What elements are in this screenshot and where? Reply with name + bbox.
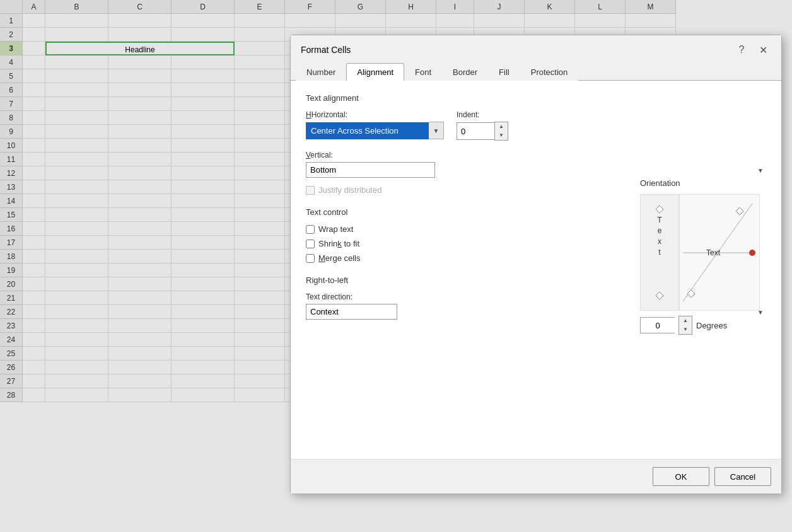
dialog-controls: ? ✕ xyxy=(733,42,771,58)
degrees-down-button[interactable]: ▼ xyxy=(679,325,692,334)
tab-number[interactable]: Number xyxy=(296,63,346,81)
horizontal-select-container: General Left (Indent) Center Right (Inde… xyxy=(306,122,444,139)
orientation-svg: T e x t T xyxy=(640,194,760,311)
help-button[interactable]: ? xyxy=(733,42,750,58)
svg-point-13 xyxy=(749,250,755,256)
wrap-text-checkbox[interactable] xyxy=(306,225,315,234)
svg-text:Text: Text xyxy=(706,248,721,257)
indent-input[interactable] xyxy=(457,122,494,140)
dialog-footer: OK Cancel xyxy=(291,459,781,494)
vertical-field-group: Vertical: Top Center Bottom Justify Dist… xyxy=(306,151,766,178)
wrap-text-label: Wrap text xyxy=(318,224,353,234)
tab-alignment[interactable]: Alignment xyxy=(346,63,404,81)
degrees-up-button[interactable]: ▲ xyxy=(679,316,692,325)
orientation-widget: T e x t T xyxy=(640,194,760,311)
degrees-row: 0 ▲ ▼ Degrees xyxy=(640,316,766,335)
dialog-overlay: Format Cells ? ✕ Number Alignment Font B… xyxy=(0,0,792,532)
tab-font[interactable]: Font xyxy=(404,63,442,81)
tab-protection[interactable]: Protection xyxy=(520,63,579,81)
horizontal-dropdown-arrow[interactable]: ▼ xyxy=(429,122,444,139)
indent-spinner-buttons: ▲ ▼ xyxy=(494,122,508,141)
merge-cells-label: Merge cells xyxy=(318,253,360,263)
svg-text:x: x xyxy=(658,237,661,246)
vertical-select-wrapper: Top Center Bottom Justify Distributed ▼ xyxy=(306,162,766,178)
indent-down-button[interactable]: ▼ xyxy=(495,131,508,140)
vertical-select[interactable]: Top Center Bottom Justify Distributed xyxy=(306,162,435,178)
svg-text:T: T xyxy=(657,216,662,224)
justify-distributed-label: Justify distributed xyxy=(318,185,381,195)
svg-text:e: e xyxy=(658,226,662,235)
vertical-dropdown-arrow-icon: ▼ xyxy=(757,166,764,173)
horizontal-field-group: HHorizontal: General Left (Indent) Cente… xyxy=(306,110,444,141)
tab-border[interactable]: Border xyxy=(442,63,488,81)
indent-field-group: Indent: ▲ ▼ xyxy=(457,110,508,141)
text-alignment-title: Text alignment xyxy=(306,93,766,103)
degrees-spinner-buttons: ▲ ▼ xyxy=(678,316,692,335)
dialog-titlebar: Format Cells ? ✕ xyxy=(291,35,781,63)
degrees-label: Degrees xyxy=(696,321,727,330)
format-cells-dialog: Format Cells ? ✕ Number Alignment Font B… xyxy=(290,35,782,494)
shrink-to-fit-label: Shrink to fit xyxy=(318,239,359,248)
indent-label: Indent: xyxy=(457,110,508,119)
orientation-section: Orientation T e x t xyxy=(640,178,766,335)
dialog-tabs: Number Alignment Font Border Fill Protec… xyxy=(291,63,781,81)
justify-distributed-checkbox xyxy=(306,186,315,195)
text-direction-select[interactable]: Context Left-to-Right Right-to-Left xyxy=(306,304,397,320)
alignment-row: HHorizontal: General Left (Indent) Cente… xyxy=(306,110,766,141)
indent-up-button[interactable]: ▲ xyxy=(495,122,508,131)
indent-spinner: ▲ ▼ xyxy=(457,122,508,141)
cancel-button[interactable]: Cancel xyxy=(714,467,771,486)
merge-cells-checkbox[interactable] xyxy=(306,254,315,263)
tab-fill[interactable]: Fill xyxy=(488,63,520,81)
horizontal-select[interactable]: General Left (Indent) Center Right (Inde… xyxy=(306,122,429,139)
ok-button[interactable]: OK xyxy=(653,467,709,486)
dialog-title: Format Cells xyxy=(301,45,351,55)
degrees-input[interactable]: 0 xyxy=(640,317,675,333)
orientation-title: Orientation xyxy=(640,178,766,188)
shrink-to-fit-checkbox[interactable] xyxy=(306,240,315,248)
close-button[interactable]: ✕ xyxy=(755,42,771,58)
vertical-label: Vertical: xyxy=(306,151,766,159)
dialog-content: Text alignment HHorizontal: General Left… xyxy=(291,81,781,459)
horizontal-label: HHorizontal: xyxy=(306,110,444,119)
